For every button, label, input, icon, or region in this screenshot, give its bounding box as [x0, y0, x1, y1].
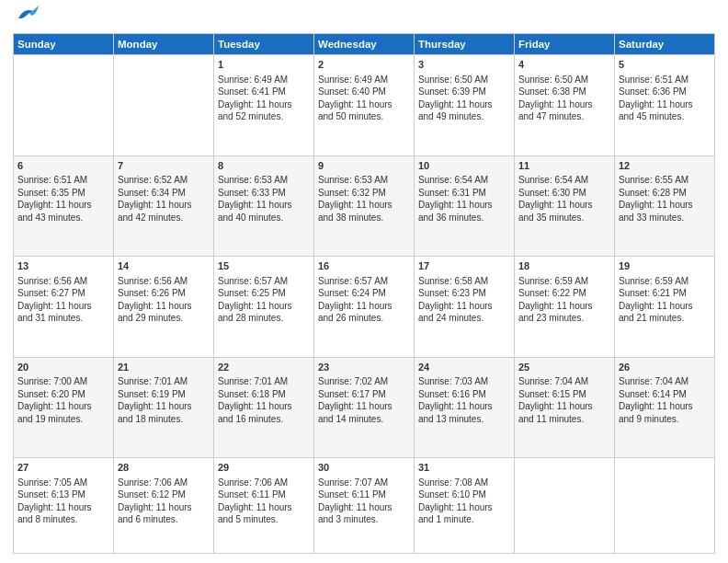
sunrise-text: Sunrise: 6:58 AM: [418, 275, 510, 288]
sunset-text: Sunset: 6:15 PM: [518, 388, 610, 401]
day-number: 4: [518, 58, 610, 72]
day-number: 8: [218, 159, 310, 173]
sunrise-text: Sunrise: 7:02 AM: [318, 375, 410, 388]
sunset-text: Sunset: 6:11 PM: [218, 488, 310, 501]
sunrise-text: Sunrise: 6:50 AM: [518, 74, 610, 86]
sunrise-text: Sunrise: 6:52 AM: [118, 174, 210, 187]
sunrise-text: Sunrise: 6:56 AM: [17, 275, 109, 288]
col-monday: Monday: [114, 34, 214, 55]
day-number: 6: [17, 159, 109, 173]
daylight-text: Daylight: 11 hours and 16 minutes.: [218, 400, 310, 425]
sunrise-text: Sunrise: 6:50 AM: [418, 74, 510, 86]
table-row: 28Sunrise: 7:06 AMSunset: 6:12 PMDayligh…: [114, 458, 214, 554]
day-number: 16: [318, 259, 410, 273]
sunset-text: Sunset: 6:17 PM: [318, 388, 410, 401]
day-number: 19: [619, 259, 711, 273]
header: [13, 9, 715, 26]
sunset-text: Sunset: 6:26 PM: [118, 287, 210, 300]
sunset-text: Sunset: 6:40 PM: [318, 86, 410, 98]
day-number: 30: [318, 461, 410, 475]
sunset-text: Sunset: 6:25 PM: [218, 287, 310, 300]
sunrise-text: Sunrise: 6:57 AM: [218, 275, 310, 288]
sunrise-text: Sunrise: 7:04 AM: [518, 375, 610, 388]
sunrise-text: Sunrise: 6:49 AM: [218, 74, 310, 86]
sunrise-text: Sunrise: 7:03 AM: [418, 375, 510, 388]
sunset-text: Sunset: 6:36 PM: [619, 86, 711, 98]
col-tuesday: Tuesday: [214, 34, 314, 55]
daylight-text: Daylight: 11 hours and 23 minutes.: [518, 300, 610, 325]
sunrise-text: Sunrise: 6:53 AM: [318, 174, 410, 187]
sunset-text: Sunset: 6:41 PM: [218, 86, 310, 98]
col-wednesday: Wednesday: [314, 34, 415, 55]
sunrise-text: Sunrise: 6:54 AM: [418, 174, 510, 187]
day-number: 1: [218, 58, 310, 72]
day-number: 9: [318, 159, 410, 173]
table-row: [14, 55, 114, 156]
table-row: 19Sunrise: 6:59 AMSunset: 6:21 PMDayligh…: [615, 257, 715, 358]
sunrise-text: Sunrise: 6:59 AM: [518, 275, 610, 288]
daylight-text: Daylight: 11 hours and 33 minutes.: [619, 199, 711, 224]
table-row: 26Sunrise: 7:04 AMSunset: 6:14 PMDayligh…: [615, 357, 715, 458]
day-number: 3: [418, 58, 510, 72]
day-number: 12: [619, 159, 711, 173]
daylight-text: Daylight: 11 hours and 13 minutes.: [418, 400, 510, 425]
day-number: 11: [518, 159, 610, 173]
table-row: 11Sunrise: 6:54 AMSunset: 6:30 PMDayligh…: [515, 155, 615, 257]
table-row: 17Sunrise: 6:58 AMSunset: 6:23 PMDayligh…: [415, 257, 515, 358]
day-number: 25: [518, 361, 610, 374]
table-row: 20Sunrise: 7:00 AMSunset: 6:20 PMDayligh…: [14, 357, 114, 458]
day-number: 20: [17, 361, 109, 374]
sunrise-text: Sunrise: 6:54 AM: [518, 174, 610, 187]
sunrise-text: Sunrise: 6:56 AM: [118, 275, 210, 288]
sunrise-text: Sunrise: 6:57 AM: [318, 275, 410, 288]
table-row: 29Sunrise: 7:06 AMSunset: 6:11 PMDayligh…: [214, 458, 314, 554]
daylight-text: Daylight: 11 hours and 21 minutes.: [619, 300, 711, 325]
sunrise-text: Sunrise: 7:00 AM: [17, 375, 109, 388]
day-number: 31: [418, 461, 510, 475]
sunrise-text: Sunrise: 6:53 AM: [218, 174, 310, 187]
day-number: 5: [619, 58, 711, 72]
sunset-text: Sunset: 6:16 PM: [418, 388, 510, 401]
daylight-text: Daylight: 11 hours and 36 minutes.: [418, 199, 510, 224]
daylight-text: Daylight: 11 hours and 38 minutes.: [318, 199, 410, 224]
calendar-header-row: Sunday Monday Tuesday Wednesday Thursday…: [14, 34, 715, 55]
day-number: 14: [118, 259, 210, 273]
table-row: 12Sunrise: 6:55 AMSunset: 6:28 PMDayligh…: [615, 155, 715, 257]
col-sunday: Sunday: [14, 34, 114, 55]
daylight-text: Daylight: 11 hours and 45 minutes.: [619, 98, 711, 123]
day-number: 17: [418, 259, 510, 273]
sunset-text: Sunset: 6:23 PM: [418, 287, 510, 300]
daylight-text: Daylight: 11 hours and 5 minutes.: [218, 501, 310, 526]
day-number: 2: [318, 58, 410, 72]
daylight-text: Daylight: 11 hours and 35 minutes.: [518, 199, 610, 224]
daylight-text: Daylight: 11 hours and 43 minutes.: [17, 199, 109, 224]
sunset-text: Sunset: 6:24 PM: [318, 287, 410, 300]
sunset-text: Sunset: 6:39 PM: [418, 86, 510, 98]
sunset-text: Sunset: 6:34 PM: [118, 187, 210, 200]
day-number: 26: [619, 361, 711, 374]
daylight-text: Daylight: 11 hours and 19 minutes.: [17, 400, 109, 425]
day-number: 22: [218, 361, 310, 374]
daylight-text: Daylight: 11 hours and 28 minutes.: [218, 300, 310, 325]
sunset-text: Sunset: 6:19 PM: [118, 388, 210, 401]
table-row: 22Sunrise: 7:01 AMSunset: 6:18 PMDayligh…: [214, 357, 314, 458]
sunrise-text: Sunrise: 7:04 AM: [619, 375, 711, 388]
daylight-text: Daylight: 11 hours and 26 minutes.: [318, 300, 410, 325]
col-thursday: Thursday: [415, 34, 515, 55]
daylight-text: Daylight: 11 hours and 50 minutes.: [318, 98, 410, 123]
sunrise-text: Sunrise: 6:49 AM: [318, 74, 410, 86]
sunset-text: Sunset: 6:20 PM: [17, 388, 109, 401]
daylight-text: Daylight: 11 hours and 52 minutes.: [218, 98, 310, 123]
daylight-text: Daylight: 11 hours and 31 minutes.: [17, 300, 109, 325]
daylight-text: Daylight: 11 hours and 9 minutes.: [619, 400, 711, 425]
daylight-text: Daylight: 11 hours and 18 minutes.: [118, 400, 210, 425]
day-number: 23: [318, 361, 410, 374]
daylight-text: Daylight: 11 hours and 47 minutes.: [518, 98, 610, 123]
daylight-text: Daylight: 11 hours and 3 minutes.: [318, 501, 410, 526]
sunset-text: Sunset: 6:35 PM: [17, 187, 109, 200]
table-row: 9Sunrise: 6:53 AMSunset: 6:32 PMDaylight…: [314, 155, 415, 257]
sunrise-text: Sunrise: 6:55 AM: [619, 174, 711, 187]
sunrise-text: Sunrise: 6:51 AM: [619, 74, 711, 86]
sunset-text: Sunset: 6:33 PM: [218, 187, 310, 200]
table-row: 18Sunrise: 6:59 AMSunset: 6:22 PMDayligh…: [515, 257, 615, 358]
